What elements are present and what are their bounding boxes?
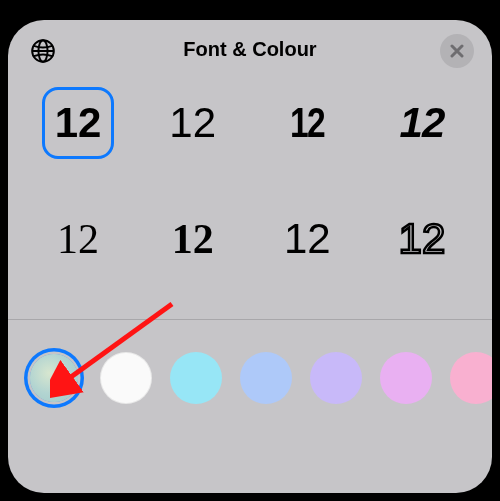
close-icon bbox=[450, 44, 464, 58]
sheet-title: Font & Colour bbox=[183, 38, 316, 61]
color-option-pink[interactable] bbox=[450, 352, 492, 404]
color-option-gradient[interactable] bbox=[30, 354, 78, 402]
font-option-2[interactable]: 12 bbox=[157, 87, 229, 159]
font-option-4[interactable]: 12 bbox=[386, 87, 458, 159]
sheet-header: Font & Colour bbox=[8, 20, 492, 83]
color-option-magenta[interactable] bbox=[380, 352, 432, 404]
font-option-8[interactable]: 12 bbox=[386, 203, 458, 275]
close-button[interactable] bbox=[440, 34, 474, 68]
color-option-purple[interactable] bbox=[310, 352, 362, 404]
font-option-6[interactable]: 12 bbox=[157, 203, 229, 275]
font-option-3[interactable]: 12 bbox=[279, 87, 337, 159]
color-option-white[interactable] bbox=[100, 352, 152, 404]
font-option-1[interactable]: 12 bbox=[42, 87, 114, 159]
globe-icon bbox=[30, 38, 56, 64]
color-picker[interactable] bbox=[8, 320, 492, 436]
font-option-7[interactable]: 12 bbox=[271, 203, 343, 275]
font-option-5[interactable]: 12 bbox=[42, 203, 114, 275]
language-button[interactable] bbox=[28, 36, 58, 66]
color-option-blue[interactable] bbox=[240, 352, 292, 404]
color-option-cyan[interactable] bbox=[170, 352, 222, 404]
font-picker: 12 12 12 12 12 12 12 12 bbox=[8, 83, 492, 319]
font-colour-sheet: Font & Colour 12 12 12 12 12 12 12 12 bbox=[8, 20, 492, 493]
